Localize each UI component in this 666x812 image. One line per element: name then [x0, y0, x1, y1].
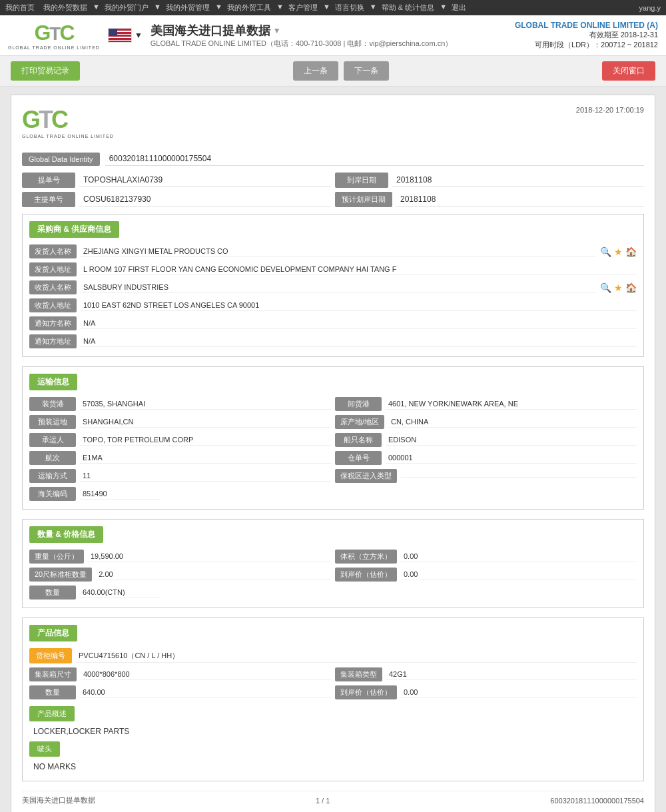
nav-portal[interactable]: 我的外贸门户: [105, 3, 149, 13]
transport-section: 运输信息 装货港 57035, SHANGHAI 卸货港 4601, NEW Y…: [22, 366, 644, 510]
ldr-info: 可用时段（LDR）：200712 ~ 201812: [515, 40, 658, 50]
preload-value: SHANGHAI,CN: [80, 416, 331, 428]
search-icon-2[interactable]: 🔍: [600, 282, 611, 293]
toolbar-center: 上一条 下一条: [293, 61, 389, 81]
container-size-field: 集装箱尺寸 4000*806*800: [29, 667, 331, 681]
doc-logo: GTC: [22, 106, 114, 134]
preload-origin-row: 预装运地 SHANGHAI,CN 原产地/地区 CN, CHINA: [29, 415, 637, 429]
top-navigation: 我的首页 我的外贸数据 ▼ 我的外贸门户 ▼ 我的外贸管理 ▼ 我的外贸工具 ▼…: [0, 0, 666, 15]
volume-field: 体积（立方米） 0.00: [335, 550, 637, 564]
nav-help[interactable]: 帮助 & 统计信息: [382, 3, 434, 13]
prev-button-top[interactable]: 上一条: [293, 61, 338, 81]
container-size-type-row: 集装箱尺寸 4000*806*800 集装箱类型 42G1: [29, 667, 637, 681]
qty-row: 数量 640.00(CTN): [29, 586, 637, 600]
mark-value: NO MARKS: [29, 759, 637, 774]
notify-name-value: N/A: [81, 318, 637, 329]
nav-trade-data[interactable]: 我的外贸数据: [43, 3, 87, 13]
page-title-arrow[interactable]: ▼: [273, 26, 281, 35]
nav-customers[interactable]: 客户管理: [288, 3, 318, 13]
container-type-field: 集装箱类型 42G1: [335, 667, 637, 681]
star-icon-2[interactable]: ★: [614, 282, 623, 293]
weight-field: 重量（公斤） 19,590.00: [29, 550, 331, 564]
product-desc-label: 产品概述: [29, 706, 75, 721]
mark-area: 唛头 NO MARKS: [29, 739, 637, 774]
header-right: GLOBAL TRADE ONLINE LIMITED (A) 有效期至 201…: [515, 21, 658, 50]
container-type-label: 集装箱类型: [335, 667, 382, 681]
product-info-title: 产品信息: [29, 625, 77, 641]
nav-language[interactable]: 语言切换: [335, 3, 364, 13]
doc-footer-source: 美国海关进口提单数据: [22, 795, 95, 805]
toolbar-left: 打印贸易记录: [11, 61, 80, 81]
nav-tools[interactable]: 我的外贸工具: [227, 3, 271, 13]
star-icon[interactable]: ★: [614, 246, 623, 257]
load-port-value: 57035, SHANGHAI: [80, 398, 331, 410]
home-icon-2[interactable]: 🏠: [625, 282, 637, 293]
sender-name-value: ZHEJIANG XINGYI METAL PRODUCTS CO: [81, 246, 596, 257]
home-icon[interactable]: 🏠: [625, 246, 637, 257]
container20-value: 2.00: [96, 569, 331, 580]
warehouse-value: 000001: [386, 452, 637, 464]
company-info-line: GLOBAL TRADE ONLINE LIMITED（电话：400-710-3…: [151, 39, 453, 49]
est-arrive-label: 预计划岸日期: [335, 192, 392, 207]
sender-addr-value: L ROOM 107 FIRST FLOOR YAN CANG ECONOMIC…: [81, 264, 637, 275]
receiver-name-row: 收货人名称 SALSBURY INDUSTRIES 🔍 ★ 🏠: [29, 280, 637, 294]
container20-label: 20尺标准柜数量: [29, 568, 92, 582]
doc-logo-sub: GLOBAL TRADE ONLINE LIMITED: [22, 134, 114, 139]
unload-port-value: 4601, NEW YORK/NEWARK AREA, NE: [386, 398, 637, 410]
flag-area: ▼: [108, 28, 143, 43]
notify-addr-row: 通知方地址 N/A: [29, 334, 637, 348]
main-bill-field: 主提单号 COSU6182137930: [22, 192, 331, 207]
sender-addr-label: 发货人地址: [29, 262, 77, 276]
carrier-label: 承运人: [29, 433, 76, 447]
arrive-date-label: 到岸日期: [335, 173, 388, 188]
qty-price-row: 数量 640.00 到岸价（估价） 0.00: [29, 685, 637, 699]
logo-text: GTC: [34, 21, 73, 45]
nav-user: yang.y: [639, 4, 661, 12]
bonded-field: 保税区进入类型: [335, 469, 637, 483]
quantity-label-qp: 数量: [29, 586, 76, 600]
quantity-value-qp: 640.00(CTN): [80, 587, 160, 598]
est-arrive-field: 预计划岸日期 20181108: [335, 192, 644, 207]
sender-name-row: 发货人名称 ZHEJIANG XINGYI METAL PRODUCTS CO …: [29, 244, 637, 258]
company-name-top: GLOBAL TRADE ONLINE LIMITED (A): [515, 21, 658, 30]
receiver-name-value: SALSBURY INDUSTRIES: [81, 282, 596, 293]
origin-label: 原产地/地区: [335, 415, 384, 429]
doc-datetime: 2018-12-20 17:00:19: [576, 106, 644, 114]
gdi-value: 60032018111000000175504: [105, 152, 644, 166]
page-title: 美国海关进口提单数据: [151, 23, 270, 39]
bill-no-label: 提单号: [22, 173, 75, 188]
container-no-value: PVCU4715610（CN / L / HH）: [76, 649, 637, 663]
search-icon[interactable]: 🔍: [600, 246, 611, 257]
page-header: GTC GLOBAL TRADE ONLINE LIMITED ▼ 美国海关进口…: [0, 15, 666, 56]
quantity-price-section: 数量 & 价格信息 重量（公斤） 19,590.00 体积（立方米） 0.00 …: [22, 519, 644, 608]
nav-logout[interactable]: 退出: [452, 3, 466, 13]
print-button-top[interactable]: 打印贸易记录: [11, 61, 80, 81]
nav-home[interactable]: 我的首页: [5, 3, 35, 13]
next-button-top[interactable]: 下一条: [344, 61, 389, 81]
est-arrive-value: 20181108: [396, 193, 644, 206]
weight-volume-row: 重量（公斤） 19,590.00 体积（立方米） 0.00: [29, 550, 637, 564]
vessel-label: 船只名称: [335, 433, 382, 447]
main-content: GTC GLOBAL TRADE ONLINE LIMITED 2018-12-…: [0, 87, 666, 812]
container20-field: 20尺标准柜数量 2.00: [29, 568, 331, 582]
arrive-date-value: 20181108: [392, 173, 644, 187]
container-no-row: 货柜编号 PVCU4715610（CN / L / HH）: [29, 648, 637, 663]
bill-no-value: TOPOSHALAXIA0739: [79, 173, 331, 187]
doc-header: GTC GLOBAL TRADE ONLINE LIMITED 2018-12-…: [22, 106, 644, 144]
sender-addr-row: 发货人地址 L ROOM 107 FIRST FLOOR YAN CANG EC…: [29, 262, 637, 276]
preload-label: 预装运地: [29, 415, 76, 429]
carrier-vessel-row: 承运人 TOPO, TOR PETROLEUM CORP 船只名称 EDISON: [29, 433, 637, 447]
carrier-value: TOPO, TOR PETROLEUM CORP: [80, 434, 331, 446]
carrier-field: 承运人 TOPO, TOR PETROLEUM CORP: [29, 433, 331, 447]
warehouse-field: 仓单号 000001: [335, 451, 637, 465]
arrive-price-pi-value: 0.00: [401, 687, 637, 698]
buyer-supplier-title: 采购商 & 供应商信息: [29, 221, 119, 238]
receiver-addr-value: 1010 EAST 62ND STREET LOS ANGELES CA 900…: [81, 300, 637, 311]
arrive-price-pi-field: 到岸价（估价） 0.00: [335, 685, 637, 699]
close-button-top[interactable]: 关闭窗口: [602, 61, 655, 81]
weight-label: 重量（公斤）: [29, 550, 84, 564]
volume-value: 0.00: [401, 551, 637, 562]
logo: GTC GLOBAL TRADE ONLINE LIMITED: [8, 21, 100, 50]
weight-value: 19,590.00: [88, 551, 331, 562]
nav-management[interactable]: 我的外贸管理: [166, 3, 210, 13]
